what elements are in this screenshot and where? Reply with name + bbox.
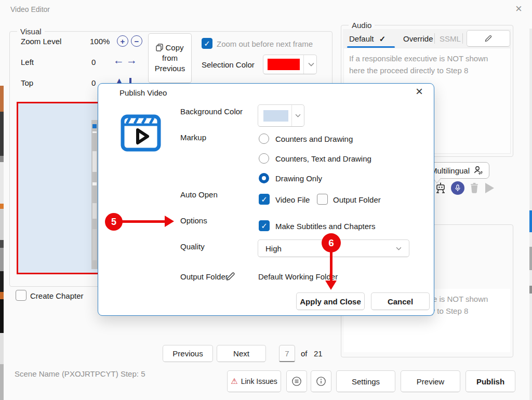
chevron-down-icon — [308, 62, 314, 66]
background-window-sliver-left — [0, 86, 4, 400]
video-file-checkbox[interactable]: ✓ — [259, 194, 270, 205]
down-arrow-icon[interactable] — [129, 78, 131, 83]
radio-counters-text-and-drawing-label: Counters, Text and Drawing — [275, 154, 371, 163]
create-chapter-checkbox[interactable] — [16, 290, 26, 301]
output-folder-checkbox[interactable] — [317, 194, 328, 205]
robot-button[interactable] — [434, 182, 447, 196]
check-icon: ✓ — [379, 34, 386, 43]
top-label: Top — [21, 78, 33, 87]
chevron-down-icon — [295, 114, 301, 117]
copy-button-label-1: Copy — [165, 43, 183, 53]
delete-audio-button[interactable] — [469, 182, 480, 196]
preview-mini-ui-strip — [91, 120, 98, 269]
radio-drawing-only-label: Drawing Only — [275, 174, 322, 183]
page-of-label: of — [301, 349, 308, 358]
annotation-arrow-5 — [122, 220, 165, 223]
background-color-swatch — [263, 110, 288, 122]
background-color-picker[interactable] — [258, 104, 304, 127]
check-icon: ✓ — [204, 39, 210, 48]
output-folder-checkbox-label: Output Folder — [333, 195, 381, 204]
window-title: Video Editor — [10, 5, 50, 14]
publish-button[interactable]: Publish — [466, 370, 515, 392]
markup-label: Markup — [180, 133, 206, 142]
annotation-arrowhead-6 — [325, 281, 337, 290]
video-file-icon — [121, 114, 161, 154]
list-circle-icon — [291, 376, 302, 386]
cancel-button[interactable]: Cancel — [371, 292, 430, 310]
edit-audio-button[interactable] — [467, 30, 510, 47]
audio-legend: Audio — [349, 21, 375, 30]
record-audio-button[interactable] — [451, 181, 464, 195]
minus-icon: − — [135, 37, 139, 46]
robot-icon — [434, 182, 447, 194]
right-arrow-icon[interactable]: → — [126, 54, 137, 66]
selection-color-label: Selection Color — [202, 60, 255, 69]
next-button[interactable]: Next — [217, 345, 266, 362]
zoom-level-value: 100% — [90, 37, 110, 46]
top-value: 0 — [91, 78, 96, 87]
background-color-label: Background Color — [180, 107, 243, 116]
play-audio-icon[interactable] — [485, 183, 494, 193]
scene-name-status: Scene Name (PXOJRTPCYT) Step: 5 — [15, 369, 145, 378]
tab-override[interactable]: Override — [403, 34, 433, 43]
zoom-out-before-next-frame-label: Zoom out before next frame — [217, 39, 313, 48]
selection-color-picker[interactable] — [263, 55, 317, 74]
selection-color-swatch — [268, 59, 300, 70]
left-arrow-icon[interactable]: ← — [113, 54, 124, 66]
previous-button[interactable]: Previous — [163, 345, 213, 362]
close-icon[interactable]: × — [515, 2, 522, 16]
settings-button[interactable]: Settings — [336, 370, 395, 392]
check-icon: ✓ — [261, 195, 268, 204]
page-total: 21 — [314, 349, 323, 358]
left-label: Left — [21, 58, 34, 66]
annotation-step-6: 6 — [322, 233, 341, 252]
preview-button[interactable]: Preview — [401, 370, 460, 392]
radio-counters-and-drawing-label: Counters and Drawing — [275, 135, 353, 143]
audio-placeholder: If a responsible executive is NOT shown … — [349, 54, 488, 75]
dialog-close-icon[interactable]: × — [416, 84, 423, 99]
radio-drawing-only[interactable] — [259, 173, 269, 183]
copy-button-label-2: from — [162, 53, 178, 63]
annotation-arrowhead-5 — [165, 216, 174, 227]
info-button[interactable] — [311, 370, 331, 392]
plus-icon: + — [121, 37, 125, 46]
video-file-label: Video File — [275, 195, 310, 204]
annotation-step-5: 5 — [105, 213, 123, 231]
left-value: 0 — [91, 58, 96, 66]
copy-button-label-3: Previous — [155, 63, 185, 74]
output-folder-label: Output Folder — [180, 272, 228, 281]
output-folder-value: Default Working Folder — [258, 272, 338, 281]
pencil-icon[interactable] — [225, 271, 236, 282]
chevron-down-icon — [396, 247, 402, 250]
quality-label: Quality — [180, 242, 205, 251]
zoom-out-before-next-frame-checkbox[interactable]: ✓ — [202, 38, 212, 49]
quality-value: High — [265, 244, 282, 253]
person-swap-icon — [473, 166, 483, 175]
copy-from-previous-button[interactable]: Copy from Previous — [148, 33, 192, 83]
multilingual-label: Multilingual — [431, 166, 470, 175]
notes-button[interactable] — [286, 370, 307, 392]
page-number-input[interactable] — [279, 345, 295, 362]
tab-ssml[interactable]: SSML — [440, 34, 461, 43]
link-issues-button[interactable]: ⚠ Link Issues — [227, 370, 281, 392]
multilingual-button[interactable]: Multilingual — [426, 162, 489, 179]
make-subtitles-checkbox[interactable]: ✓ — [259, 220, 270, 231]
tab-default[interactable]: Default ✓ — [349, 34, 385, 44]
zoom-in-button[interactable]: + — [117, 35, 128, 47]
warning-icon: ⚠ — [231, 377, 237, 386]
visual-legend: Visual — [17, 27, 45, 36]
apply-and-close-button[interactable]: Apply and Close — [296, 292, 365, 310]
annotation-arrow-6 — [330, 252, 332, 281]
zoom-level-label: Zoom Level — [21, 37, 61, 46]
copy-icon — [156, 44, 163, 51]
radio-counters-and-drawing[interactable] — [259, 134, 269, 144]
zoom-out-button[interactable]: − — [131, 35, 142, 47]
create-chapter-label: Create Chapter — [30, 291, 84, 300]
dialog-title: Publish Video — [119, 88, 167, 97]
radio-counters-text-and-drawing[interactable] — [259, 153, 269, 164]
microphone-icon — [455, 184, 461, 192]
trash-icon — [469, 182, 480, 194]
options-label: Options — [180, 216, 207, 225]
auto-open-label: Auto Open — [180, 190, 218, 199]
background-window-sliver-right — [529, 29, 532, 400]
